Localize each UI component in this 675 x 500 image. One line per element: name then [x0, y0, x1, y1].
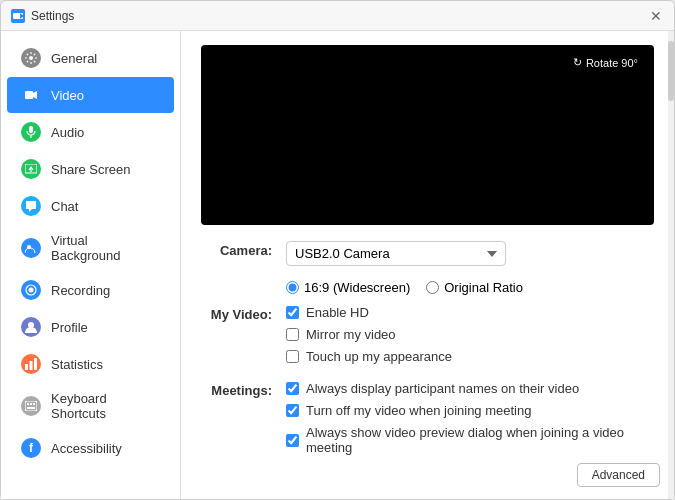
radio-widescreen[interactable]	[286, 281, 299, 294]
sidebar-item-chat[interactable]: Chat	[7, 188, 174, 224]
sidebar-label-video: Video	[51, 88, 84, 103]
video-icon	[21, 85, 41, 105]
sidebar-item-keyboard-shortcuts[interactable]: Keyboard Shortcuts	[7, 383, 174, 429]
rotate-button[interactable]: ↻ Rotate 90°	[565, 53, 646, 72]
share-screen-icon	[21, 159, 41, 179]
virtual-background-icon	[21, 238, 41, 258]
checkbox-meetings-label-turn-off-video: Turn off my video when joining meeting	[306, 403, 531, 418]
sidebar-item-accessibility[interactable]: fAccessibility	[7, 430, 174, 466]
checkbox-meetings-label-display-names: Always display participant names on thei…	[306, 381, 579, 396]
scrollbar-thumb[interactable]	[668, 41, 674, 101]
title-bar: Settings ✕	[1, 1, 674, 31]
my-video-option-mirror[interactable]: Mirror my video	[286, 327, 654, 342]
advanced-btn-container: Advanced	[577, 463, 660, 487]
radio-label-original: Original Ratio	[444, 280, 523, 295]
sidebar-label-general: General	[51, 51, 97, 66]
sidebar-label-virtual-background: Virtual Background	[51, 233, 160, 263]
keyboard-shortcuts-icon	[21, 396, 41, 416]
ratio-row: 16:9 (Widescreen)Original Ratio	[201, 274, 654, 295]
checkbox-touch-up[interactable]	[286, 350, 299, 363]
sidebar-item-virtual-background[interactable]: Virtual Background	[7, 225, 174, 271]
checkbox-meetings-show-preview[interactable]	[286, 434, 299, 447]
my-video-row: My Video: Enable HDMirror my videoTouch …	[201, 305, 654, 371]
close-button[interactable]: ✕	[648, 8, 664, 24]
app-icon	[11, 9, 25, 23]
sidebar-label-accessibility: Accessibility	[51, 441, 122, 456]
checkbox-meetings-label-show-preview: Always show video preview dialog when jo…	[306, 425, 654, 455]
sidebar-label-chat: Chat	[51, 199, 78, 214]
meetings-control: Always display participant names on thei…	[286, 381, 654, 462]
camera-label: Camera:	[201, 241, 286, 258]
sidebar-item-statistics[interactable]: Statistics	[7, 346, 174, 382]
svg-rect-4	[25, 91, 33, 99]
camera-control: USB2.0 CameraDefault CameraFaceTime HD C…	[286, 241, 654, 266]
meetings-section: Meetings: Always display participant nam…	[201, 381, 654, 462]
svg-rect-14	[25, 364, 28, 370]
sidebar-label-profile: Profile	[51, 320, 88, 335]
ratio-option-original[interactable]: Original Ratio	[426, 280, 523, 295]
svg-point-3	[29, 56, 33, 60]
checkbox-mirror[interactable]	[286, 328, 299, 341]
sidebar-label-statistics: Statistics	[51, 357, 103, 372]
checkbox-enable-hd[interactable]	[286, 306, 299, 319]
sidebar-item-share-screen[interactable]: Share Screen	[7, 151, 174, 187]
ratio-control: 16:9 (Widescreen)Original Ratio	[286, 280, 654, 295]
rotate-label: Rotate 90°	[586, 57, 638, 69]
my-video-label: My Video:	[201, 305, 286, 322]
chat-icon	[21, 196, 41, 216]
sidebar-label-recording: Recording	[51, 283, 110, 298]
svg-rect-21	[27, 407, 35, 409]
svg-point-12	[29, 288, 34, 293]
sidebar-item-profile[interactable]: Profile	[7, 309, 174, 345]
my-video-option-touch-up[interactable]: Touch up my appearance	[286, 349, 654, 364]
my-video-section: My Video: Enable HDMirror my videoTouch …	[201, 305, 654, 371]
radio-label-widescreen: 16:9 (Widescreen)	[304, 280, 410, 295]
radio-original[interactable]	[426, 281, 439, 294]
svg-marker-5	[33, 91, 37, 99]
camera-section: Camera: USB2.0 CameraDefault CameraFaceT…	[201, 241, 654, 295]
meetings-option-show-preview[interactable]: Always show video preview dialog when jo…	[286, 425, 654, 455]
accessibility-icon: f	[21, 438, 41, 458]
checkbox-label-enable-hd: Enable HD	[306, 305, 369, 320]
svg-rect-19	[30, 403, 32, 405]
checkbox-meetings-display-names[interactable]	[286, 382, 299, 395]
video-preview: ↻ Rotate 90°	[201, 45, 654, 225]
profile-icon	[21, 317, 41, 337]
settings-window: Settings ✕ GeneralVideoAudioShare Screen…	[0, 0, 675, 500]
statistics-icon	[21, 354, 41, 374]
svg-rect-18	[27, 403, 29, 405]
scrollbar-track	[668, 31, 674, 499]
sidebar-label-share-screen: Share Screen	[51, 162, 131, 177]
recording-icon	[21, 280, 41, 300]
general-icon	[21, 48, 41, 68]
advanced-button[interactable]: Advanced	[577, 463, 660, 487]
svg-rect-20	[33, 403, 35, 405]
title-bar-left: Settings	[11, 9, 74, 23]
window-title: Settings	[31, 9, 74, 23]
sidebar: GeneralVideoAudioShare ScreenChatVirtual…	[1, 31, 181, 499]
ratio-label	[201, 274, 286, 276]
content-area: ↻ Rotate 90° Camera: USB2.0 CameraDefaul…	[181, 31, 674, 499]
svg-rect-17	[25, 401, 37, 411]
sidebar-item-video[interactable]: Video	[7, 77, 174, 113]
ratio-option-widescreen[interactable]: 16:9 (Widescreen)	[286, 280, 410, 295]
svg-rect-15	[30, 361, 33, 370]
checkbox-label-mirror: Mirror my video	[306, 327, 396, 342]
checkbox-label-touch-up: Touch up my appearance	[306, 349, 452, 364]
sidebar-label-audio: Audio	[51, 125, 84, 140]
main-content: GeneralVideoAudioShare ScreenChatVirtual…	[1, 31, 674, 499]
audio-icon	[21, 122, 41, 142]
meetings-option-display-names[interactable]: Always display participant names on thei…	[286, 381, 654, 396]
camera-row: Camera: USB2.0 CameraDefault CameraFaceT…	[201, 241, 654, 266]
my-video-control: Enable HDMirror my videoTouch up my appe…	[286, 305, 654, 371]
sidebar-item-recording[interactable]: Recording	[7, 272, 174, 308]
sidebar-item-audio[interactable]: Audio	[7, 114, 174, 150]
meetings-label: Meetings:	[201, 381, 286, 398]
checkbox-meetings-turn-off-video[interactable]	[286, 404, 299, 417]
meetings-option-turn-off-video[interactable]: Turn off my video when joining meeting	[286, 403, 654, 418]
my-video-option-enable-hd[interactable]: Enable HD	[286, 305, 654, 320]
svg-rect-6	[29, 126, 33, 133]
svg-rect-16	[34, 358, 37, 370]
camera-select[interactable]: USB2.0 CameraDefault CameraFaceTime HD C…	[286, 241, 506, 266]
sidebar-item-general[interactable]: General	[7, 40, 174, 76]
